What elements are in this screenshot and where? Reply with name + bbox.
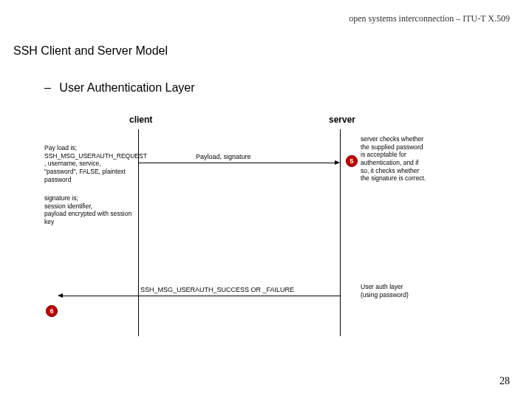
sequence-diagram: client server Pay load is; SSH_MSG_USERA… <box>52 115 510 358</box>
arrow-payload-signature-label: Payload, signature <box>196 153 251 160</box>
step-5-marker: 5 <box>346 155 358 167</box>
page-number: 28 <box>499 375 510 387</box>
arrow-userauth-result <box>58 296 340 296</box>
payload-note: Pay load is; SSH_MSG_USERAUTH_REQUEST , … <box>44 144 140 183</box>
userauth-layer-note: User auth layer (using password) <box>361 283 434 299</box>
client-column-label: client <box>129 115 152 125</box>
arrow-payload-signature <box>139 163 339 163</box>
server-column-label: server <box>329 115 355 125</box>
header-right: open systems interconnection – ITU-T X.5… <box>349 13 510 24</box>
subtitle-text: User Authentication Layer <box>59 81 194 94</box>
server-check-note: server checks whether the supplied passw… <box>361 135 442 183</box>
arrow-userauth-result-label: SSH_MSG_USERAUTH_SUCCESS OR _FAILURE <box>140 286 294 293</box>
subtitle: – User Authentication Layer <box>44 81 195 95</box>
step-6-marker: 6 <box>46 305 58 317</box>
server-lifeline <box>340 129 341 336</box>
page-title: SSH Client and Server Model <box>13 44 168 58</box>
signature-note: signature is; session identifier, payloa… <box>44 194 148 226</box>
subtitle-dash: – <box>44 81 50 95</box>
